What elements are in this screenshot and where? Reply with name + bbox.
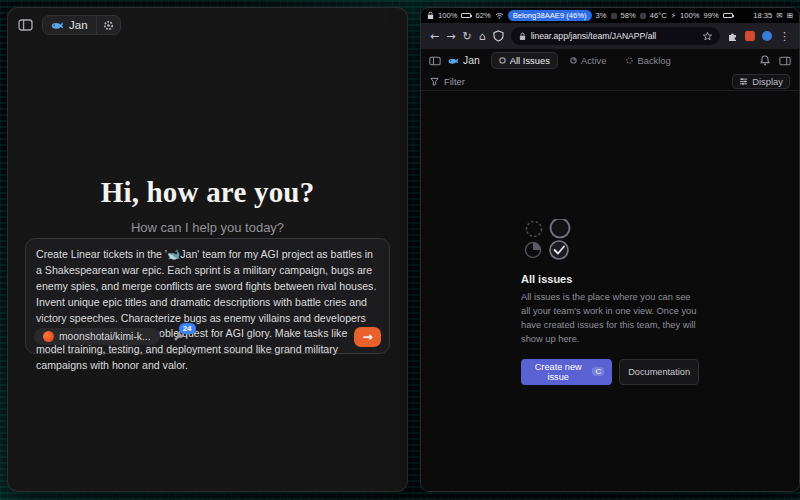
notifications-bell-icon[interactable] [760,55,770,66]
lock-status-icon [427,11,434,20]
display-button[interactable]: Display [732,74,790,89]
empty-state-actions: Create new issue C Documentation [521,359,699,385]
linear-header: Jan All Issues Active [421,49,799,72]
greeting-title: Hi, how are you? [8,176,407,209]
linear-sidebar-toggle[interactable] [429,56,441,66]
model-provider-icon [43,331,54,342]
extensions-puzzle-icon[interactable] [727,31,738,42]
extension-red-icon[interactable] [745,31,755,41]
backlog-icon [626,57,633,64]
battery-icon [461,13,471,18]
linear-team-name: Jan [463,55,480,66]
desktop: Jan Hi, how are you? How can I help you … [0,0,800,500]
create-new-issue-button[interactable]: Create new issue C [521,359,612,385]
tab-all-issues[interactable]: All Issues [491,52,558,69]
prompt-text[interactable]: Create Linear tickets in the '🐋Jan' team… [36,247,379,374]
jan-app-window: Jan Hi, how are you? How can I help you … [8,8,407,491]
browser-toolbar: ← → ↻ ⌂ linear.app/jansi/team/JANAPP/all [421,23,799,49]
linear-team-label[interactable]: Jan [448,55,480,66]
tools-button[interactable]: 24 [172,330,185,343]
filter-button[interactable]: Filter [430,76,465,87]
address-bar[interactable]: linear.app/jansi/team/JANAPP/all [511,27,720,45]
empty-state: All issues All issues is the place where… [521,219,699,385]
status-battery-secondary: 62% [475,11,490,20]
jan-team-selector[interactable]: Jan [42,15,121,35]
shield-button[interactable] [493,30,504,42]
filter-bar: Filter Display [421,72,799,91]
status-app-icon [640,13,646,19]
send-button[interactable]: → [354,327,381,347]
active-icon [570,57,577,64]
android-status-bar: 100% 62% Belong38AAE9 (46%) 3% 58% 46°C … [421,8,799,23]
prompt-input-card[interactable]: Create Linear tickets in the '🐋Jan' team… [25,238,390,354]
tab-label: Backlog [637,55,670,66]
all-issues-icon [499,57,506,64]
whale-icon [448,56,459,65]
mail-icon: ✉ [776,12,782,20]
status-battery-right: 99% [703,11,718,20]
wifi-icon [495,12,504,19]
documentation-button[interactable]: Documentation [619,359,699,385]
clock: 18:35 [753,11,772,20]
model-name: moonshotai/kimi-k... [59,331,151,342]
tab-label: Active [581,55,607,66]
extension-blue-icon[interactable] [762,31,772,41]
side-panel-icon[interactable] [779,56,791,66]
jan-titlebar: Jan [8,8,407,42]
gear-icon [103,20,114,31]
status-stat-2: 58% [621,11,636,20]
prompt-controls: moonshotai/kimi-k... 24 → [34,326,381,347]
greeting-subtitle: How can I help you today? [8,220,407,235]
filter-label: Filter [444,76,465,87]
greeting-block: Hi, how are you? How can I help you toda… [8,176,407,235]
empty-state-description: All issues is the place where you can se… [521,291,699,347]
create-new-issue-label: Create new issue [529,362,587,382]
back-button[interactable]: ← [430,31,439,42]
status-stat-1: 3% [596,11,607,20]
bookmark-star-icon[interactable] [703,32,712,41]
filter-funnel-icon [430,77,439,86]
lock-icon [519,32,526,41]
browser-window: 100% 62% Belong38AAE9 (46%) 3% 58% 46°C … [421,8,799,491]
refresh-button[interactable]: ↻ [462,31,471,42]
tab-backlog[interactable]: Backlog [618,52,678,69]
battery-icon [723,13,733,18]
sidebar-toggle-button[interactable] [18,19,33,31]
view-tabs: All Issues Active Backlog [491,52,679,69]
status-charge: 100% [680,11,699,20]
tab-label: All Issues [510,55,550,66]
shortcut-key-badge: C [592,367,604,376]
whale-icon [51,20,64,30]
linear-content: All issues All issues is the place where… [421,91,799,491]
apps-grid-icon: ⊞ [787,12,793,20]
send-arrow-icon: → [362,331,372,343]
display-label: Display [752,76,783,87]
network-name-pill: Belong38AAE9 (46%) [508,10,592,21]
status-battery-main: 100% [438,11,457,20]
status-app-icon [611,13,617,19]
home-button[interactable]: ⌂ [479,31,486,42]
charging-bolt-icon: ⚡ [671,12,676,20]
url-text: linear.app/jansi/team/JANAPP/all [531,31,698,41]
settings-gear-button[interactable] [96,16,120,34]
sidebar-toggle-icon [18,19,33,31]
model-selector[interactable]: moonshotai/kimi-k... [34,328,160,345]
team-name: Jan [69,19,88,31]
issue-status-illustration [521,219,579,261]
empty-state-title: All issues [521,273,699,285]
display-sliders-icon [739,77,748,86]
tools-count-badge: 24 [179,323,196,334]
status-temperature: 46°C [650,11,667,20]
forward-button[interactable]: → [446,31,455,42]
shield-icon [493,30,504,42]
menu-button[interactable]: ⋮ [779,31,790,42]
linear-app: Jan All Issues Active [421,49,799,491]
tab-active[interactable]: Active [562,52,615,69]
